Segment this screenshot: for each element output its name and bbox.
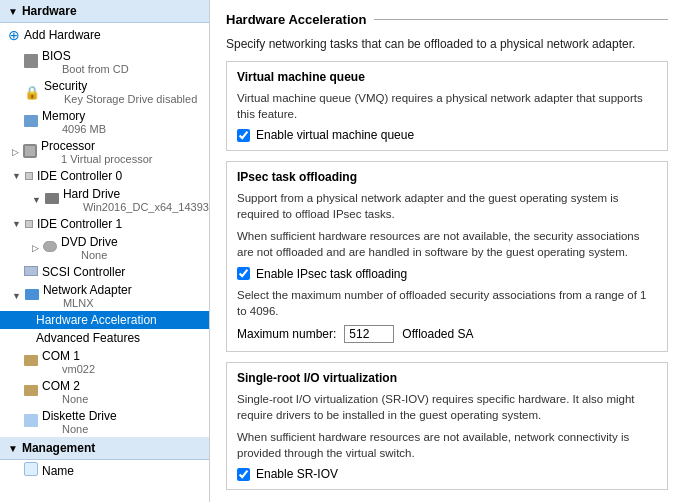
scsi-item[interactable]: SCSI Controller xyxy=(0,263,209,281)
dvd-icon xyxy=(43,241,57,255)
vmq-section: Virtual machine queue Virtual machine qu… xyxy=(226,61,668,151)
bios-label: BIOS xyxy=(42,49,71,63)
main-description: Specify networking tasks that can be off… xyxy=(226,37,668,51)
vmq-checkbox[interactable] xyxy=(237,129,250,142)
scsi-label: SCSI Controller xyxy=(42,265,125,279)
processor-icon xyxy=(23,144,37,161)
name-label: Name xyxy=(42,464,74,478)
processor-subtext: 1 Virtual processor xyxy=(61,153,153,165)
max-number-row: Maximum number: Offloaded SA xyxy=(237,325,657,343)
ipsec-checkbox-label: Enable IPsec task offloading xyxy=(256,267,407,281)
dvd-subtext: None xyxy=(81,249,118,261)
ide0-label: IDE Controller 0 xyxy=(37,169,122,183)
com1-icon xyxy=(24,355,38,369)
com2-subtext: None xyxy=(62,393,88,405)
vmq-body: Virtual machine queue (VMQ) requires a p… xyxy=(237,90,657,122)
com1-subtext: vm022 xyxy=(62,363,95,375)
scsi-icon xyxy=(24,265,38,279)
diskette-subtext: None xyxy=(62,423,117,435)
sriov-checkbox-row: Enable SR-IOV xyxy=(237,467,657,481)
dvd-item[interactable]: ▷ DVD Drive None xyxy=(0,233,209,263)
sriov-body2: When sufficient hardware resources are n… xyxy=(237,429,657,461)
add-hardware-item[interactable]: ⊕ Add Hardware xyxy=(0,23,209,47)
nic-item[interactable]: ▼ Network Adapter MLNX xyxy=(0,281,209,311)
max-number-input[interactable] xyxy=(344,325,394,343)
processor-item[interactable]: ▷ Processor 1 Virtual processor xyxy=(0,137,209,167)
vmq-checkbox-label: Enable virtual machine queue xyxy=(256,128,414,142)
com1-label: COM 1 xyxy=(42,349,80,363)
sriov-checkbox[interactable] xyxy=(237,468,250,481)
section-title: Hardware Acceleration xyxy=(226,12,366,27)
dvd-label: DVD Drive xyxy=(61,235,118,249)
title-divider xyxy=(374,19,668,20)
memory-icon xyxy=(24,115,38,130)
ide0-expand: ▼ xyxy=(12,171,21,181)
hardware-section-header: ▼ Hardware xyxy=(0,0,209,23)
security-item[interactable]: 🔒 Security Key Storage Drive disabled xyxy=(0,77,209,107)
com2-label: COM 2 xyxy=(42,379,80,393)
max-number-label: Maximum number: xyxy=(237,327,336,341)
ipsec-checkbox[interactable] xyxy=(237,267,250,280)
left-panel: ▼ Hardware ⊕ Add Hardware BIOS Boot from… xyxy=(0,0,210,502)
ide1-label: IDE Controller 1 xyxy=(37,217,122,231)
hdd-expand: ▼ xyxy=(32,195,41,205)
com2-item[interactable]: COM 2 None xyxy=(0,377,209,407)
add-icon: ⊕ xyxy=(8,27,20,43)
nic-label: Network Adapter xyxy=(43,283,132,297)
ide1-item[interactable]: ▼ IDE Controller 1 xyxy=(0,215,209,233)
hdd-label: Hard Drive xyxy=(63,187,120,201)
sriov-section: Single-root I/O virtualization Single-ro… xyxy=(226,362,668,490)
management-section-header: ▼ Management xyxy=(0,437,209,460)
dvd-expand: ▷ xyxy=(32,243,39,253)
name-icon xyxy=(24,462,38,479)
hw-accel-item[interactable]: Hardware Acceleration xyxy=(0,311,209,329)
hdd-item[interactable]: ▼ Hard Drive Win2016_DC_x64_14393.... xyxy=(0,185,209,215)
vmq-title: Virtual machine queue xyxy=(237,70,657,84)
section-title-bar: Hardware Acceleration xyxy=(226,12,668,27)
memory-subtext: 4096 MB xyxy=(62,123,106,135)
ide0-icon xyxy=(25,169,33,183)
adv-features-item[interactable]: Advanced Features xyxy=(0,329,209,347)
security-label: Security xyxy=(44,79,87,93)
mgmt-expand-icon: ▼ xyxy=(8,443,18,454)
processor-label: Processor xyxy=(41,139,95,153)
sriov-body1: Single-root I/O virtualization (SR-IOV) … xyxy=(237,391,657,423)
right-panel: Hardware Acceleration Specify networking… xyxy=(210,0,684,502)
adv-features-label: Advanced Features xyxy=(36,331,140,345)
hardware-header-label: Hardware xyxy=(22,4,77,18)
ide0-item[interactable]: ▼ IDE Controller 0 xyxy=(0,167,209,185)
security-icon: 🔒 xyxy=(24,85,40,100)
ide1-expand: ▼ xyxy=(12,219,21,229)
diskette-item[interactable]: Diskette Drive None xyxy=(0,407,209,437)
nic-subtext: MLNX xyxy=(63,297,132,309)
ipsec-max-desc: Select the maximum number of offloaded s… xyxy=(237,287,657,319)
vmq-checkbox-row: Enable virtual machine queue xyxy=(237,128,657,142)
bios-subtext: Boot from CD xyxy=(62,63,129,75)
bios-item[interactable]: BIOS Boot from CD xyxy=(0,47,209,77)
hdd-subtext: Win2016_DC_x64_14393.... xyxy=(83,201,210,213)
name-item[interactable]: Name xyxy=(0,460,209,481)
diskette-icon xyxy=(24,414,38,430)
nic-icon xyxy=(25,289,39,303)
ide1-icon xyxy=(25,217,33,231)
mgmt-header-label: Management xyxy=(22,441,95,455)
nic-expand: ▼ xyxy=(12,291,21,301)
sriov-title: Single-root I/O virtualization xyxy=(237,371,657,385)
ipsec-body2: When sufficient hardware resources are n… xyxy=(237,228,657,260)
memory-item[interactable]: Memory 4096 MB xyxy=(0,107,209,137)
hw-accel-label: Hardware Acceleration xyxy=(36,313,157,327)
hardware-expand-icon: ▼ xyxy=(8,6,18,17)
security-subtext: Key Storage Drive disabled xyxy=(64,93,197,105)
add-hardware-label: Add Hardware xyxy=(24,28,101,42)
processor-expand: ▷ xyxy=(12,147,19,157)
diskette-label: Diskette Drive xyxy=(42,409,117,423)
bios-icon xyxy=(24,54,38,71)
sriov-checkbox-label: Enable SR-IOV xyxy=(256,467,338,481)
ipsec-section: IPsec task offloading Support from a phy… xyxy=(226,161,668,352)
memory-label: Memory xyxy=(42,109,85,123)
offloaded-text: Offloaded SA xyxy=(402,327,473,341)
com1-item[interactable]: COM 1 vm022 xyxy=(0,347,209,377)
ipsec-checkbox-row: Enable IPsec task offloading xyxy=(237,267,657,281)
ipsec-title: IPsec task offloading xyxy=(237,170,657,184)
ipsec-body1: Support from a physical network adapter … xyxy=(237,190,657,222)
